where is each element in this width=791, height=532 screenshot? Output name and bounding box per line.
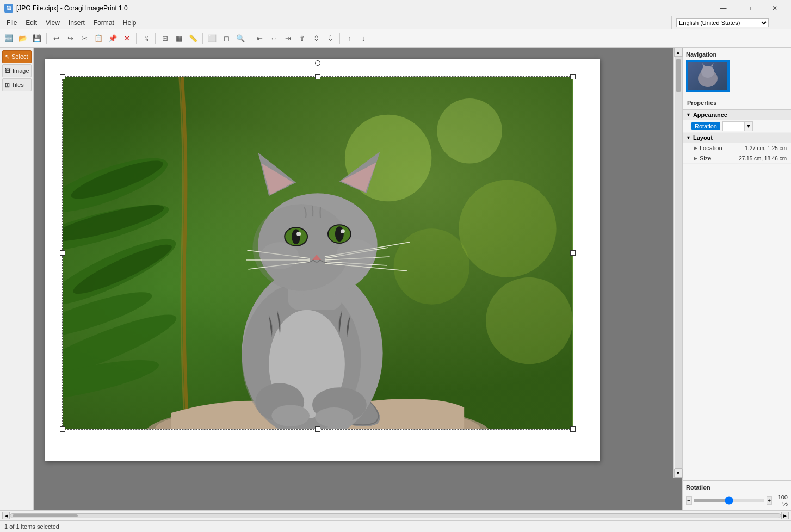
- handle-bottom-left[interactable]: [60, 426, 65, 432]
- distribute-button[interactable]: ⇕: [310, 32, 323, 45]
- location-chevron[interactable]: ▶: [694, 145, 697, 151]
- svg-point-34: [292, 229, 300, 244]
- select-tool-label: Select: [11, 53, 28, 60]
- vscroll-track[interactable]: [675, 57, 682, 469]
- rotation-value-input[interactable]: [722, 121, 744, 131]
- cat-image: [63, 77, 573, 429]
- menu-file[interactable]: File: [2, 18, 21, 28]
- cut-button[interactable]: ✂: [78, 32, 91, 45]
- handle-top-left[interactable]: [60, 74, 65, 79]
- rotation-percent-value: 100 %: [774, 494, 788, 507]
- horizontal-scroll-area: ◀ ▶: [0, 510, 791, 520]
- image-container[interactable]: [62, 76, 573, 430]
- guides-button[interactable]: ▦: [172, 32, 186, 45]
- svg-point-49: [261, 242, 299, 269]
- new-button[interactable]: 🆕: [2, 32, 15, 45]
- redo-button[interactable]: ↪: [64, 32, 77, 45]
- appearance-label: Appearance: [693, 112, 727, 118]
- handle-top-right[interactable]: [570, 74, 576, 79]
- app-icon: 🖼: [4, 4, 13, 13]
- location-row: ▶ Location 1.27 cm, 1.25 cm: [683, 143, 791, 153]
- properties-section: Properties ▼ Appearance Rotation ▼ ▼ Lay…: [683, 96, 791, 288]
- menu-view[interactable]: View: [41, 18, 64, 28]
- delete-button[interactable]: ✕: [120, 32, 133, 45]
- size-label: Size: [700, 155, 739, 162]
- align-left-button[interactable]: ⇤: [253, 32, 266, 45]
- rotation-handle[interactable]: [315, 60, 320, 66]
- hscroll-right[interactable]: ▶: [781, 512, 789, 519]
- save-button[interactable]: 💾: [30, 32, 44, 45]
- paste-button[interactable]: 📌: [106, 32, 119, 45]
- statusbar: 1 of 1 items selected: [0, 520, 791, 532]
- sep3: [155, 33, 156, 44]
- menu-help[interactable]: Help: [119, 18, 141, 28]
- image-tool[interactable]: 🖼 Image: [2, 64, 32, 77]
- align-right-button[interactable]: ⇥: [281, 32, 294, 45]
- handle-bottom-right[interactable]: [570, 426, 576, 432]
- vscroll-up[interactable]: ▲: [674, 48, 683, 57]
- status-text: 1 of 1 items selected: [4, 523, 59, 530]
- layout-chevron: ▼: [686, 135, 691, 140]
- close-button[interactable]: ✕: [762, 0, 787, 16]
- rulers-button[interactable]: 📏: [187, 32, 200, 45]
- canvas-area[interactable]: [34, 48, 682, 510]
- location-label: Location: [700, 145, 745, 151]
- tiles-tool[interactable]: ⊞ Tiles: [2, 78, 32, 91]
- select-tool[interactable]: ↖ Select: [2, 50, 32, 63]
- appearance-chevron: ▼: [686, 112, 691, 117]
- rotation-slider[interactable]: [694, 499, 764, 502]
- bring-front-button[interactable]: ↑: [343, 32, 356, 45]
- language-selector[interactable]: English (United States): [676, 18, 769, 27]
- hscroll-left[interactable]: ◀: [2, 512, 10, 519]
- rotation-panel: Rotation − + 100 %: [683, 480, 791, 510]
- deselect-button[interactable]: ◻: [220, 32, 233, 45]
- tiles-tool-label: Tiles: [11, 82, 24, 88]
- handle-top-center[interactable]: [315, 74, 320, 79]
- properties-title: Properties: [683, 96, 791, 110]
- vscroll-thumb: [676, 59, 681, 92]
- align-top-button[interactable]: ⇧: [295, 32, 308, 45]
- open-button[interactable]: 📂: [16, 32, 29, 45]
- minimize-button[interactable]: —: [711, 0, 736, 16]
- maximize-button[interactable]: □: [737, 0, 761, 16]
- align-center-button[interactable]: ↔: [267, 32, 280, 45]
- page-canvas: [45, 59, 600, 461]
- rotation-minus-button[interactable]: −: [686, 496, 692, 505]
- handle-bottom-center[interactable]: [315, 426, 320, 432]
- titlebar-title: [JPG File.cipx] - Coragi ImagePrint 1.0: [16, 4, 128, 12]
- handle-mid-right[interactable]: [570, 250, 576, 256]
- align-bottom-button[interactable]: ⇩: [324, 32, 337, 45]
- size-chevron[interactable]: ▶: [694, 156, 697, 161]
- sep1: [46, 33, 47, 44]
- titlebar: 🖼 [JPG File.cipx] - Coragi ImagePrint 1.…: [0, 0, 791, 16]
- navigation-thumbnail: [686, 60, 730, 92]
- right-panel: ▲ ▼ Navigation: [682, 48, 791, 510]
- rotation-plus-button[interactable]: +: [767, 496, 773, 505]
- sep4: [202, 33, 203, 44]
- menu-insert[interactable]: Insert: [64, 18, 89, 28]
- zoom-in-button[interactable]: 🔍: [234, 32, 247, 45]
- tiles-icon: ⊞: [5, 82, 10, 89]
- horizontal-scroll-track[interactable]: [10, 513, 781, 518]
- menu-format[interactable]: Format: [89, 18, 119, 28]
- send-back-button[interactable]: ↓: [357, 32, 370, 45]
- appearance-group-header[interactable]: ▼ Appearance: [683, 110, 791, 120]
- toolbar: 🆕 📂 💾 ↩ ↪ ✂ 📋 📌 ✕ 🖨 ⊞ ▦ 📏 ⬜ ◻ 🔍 ⇤ ↔ ⇥ ⇧ …: [0, 29, 791, 48]
- svg-point-39: [341, 229, 345, 233]
- svg-point-54: [701, 66, 714, 78]
- handle-mid-left[interactable]: [60, 250, 65, 256]
- select-all-button[interactable]: ⬜: [206, 32, 219, 45]
- undo-button[interactable]: ↩: [50, 32, 63, 45]
- sep6: [339, 33, 340, 44]
- print-button[interactable]: 🖨: [139, 32, 152, 45]
- vscroll-down[interactable]: ▼: [674, 469, 683, 478]
- rotation-slider-row: − + 100 %: [686, 494, 788, 507]
- grid-button[interactable]: ⊞: [158, 32, 171, 45]
- rotation-dropdown[interactable]: ▼: [744, 121, 753, 131]
- copy-button[interactable]: 📋: [92, 32, 105, 45]
- rotation-panel-title: Rotation: [686, 484, 788, 491]
- location-value: 1.27 cm, 1.25 cm: [745, 145, 787, 151]
- layout-group-header[interactable]: ▼ Layout: [683, 133, 791, 143]
- menu-edit[interactable]: Edit: [21, 18, 41, 28]
- svg-point-50: [337, 239, 375, 267]
